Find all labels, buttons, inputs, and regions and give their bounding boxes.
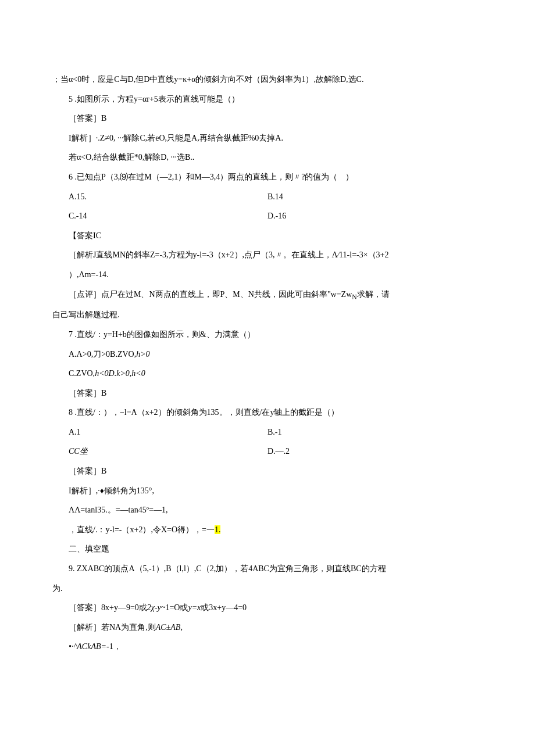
answer-8: ［答案］B — [52, 461, 483, 481]
answer-7: ［答案］B — [52, 384, 483, 403]
option-8a: A.1 — [52, 422, 268, 442]
question-5: 5 .如图所示，方程y=αr+5表示的直线可能是（） — [52, 89, 483, 109]
question-7: 7 .直线/：y=H+b的图像如图所示，则&、力满意（） — [52, 325, 483, 345]
option-8c: CC坐 — [52, 442, 268, 461]
question-9-1: 9. ZXABC的顶点A（5,-1）,B（l,l）,C（2,加），若4ABC为宜… — [52, 559, 483, 579]
option-7c: C.ZVO,h<0D.k>0,h<0 — [52, 364, 483, 384]
option-8d: D.—.2 — [268, 442, 483, 461]
question-9-2: 为. — [52, 579, 483, 599]
answer-5: ［答案］B — [52, 109, 483, 128]
option-6c: C.-14 — [52, 206, 268, 226]
explanation-8-3: ，直线/.：y-l=-（x+2）,令X=O得），=一1. — [52, 520, 483, 540]
answer-6: 【答案IC — [52, 226, 483, 246]
explanation-8-2: ΛΛ=tanl35.。=—tan45º=—1, — [52, 500, 483, 520]
option-6d: D.-16 — [268, 206, 483, 226]
question-8: 8 .直线/：），−l=A（x+2）的倾斜角为135。，则直线/在y轴上的截距是… — [52, 403, 483, 422]
explanation-5-2: 若α<O,结合纵截距*0,解除D, ···选B.. — [52, 148, 483, 167]
option-6b: B.14 — [268, 187, 483, 207]
explanation-6-2: ）,Λm=-14. — [52, 265, 483, 285]
explanation-8-1: I解析］,·♦倾斜角为135°, — [52, 481, 483, 501]
explanation-9-2: •∙^ACkAB=-1， — [52, 637, 483, 657]
option-7a: A.Λ>0,刀>0B.ZVO,h>0 — [52, 345, 483, 364]
explanation-9-1: ［解析］若NA为直角,则AC±AB, — [52, 618, 483, 637]
highlighted-text: 1. — [215, 525, 221, 534]
explanation-6-1: ［解析J直线MN的斜率Z=-3,方程为y-l=-3（x+2）,点尸（3,〃。在直… — [52, 245, 483, 265]
question-6: 6 .已知点P（3,⑼在过M（—2,1）和M—3,4）两点的直线上，则〃?的值为… — [52, 167, 483, 187]
explanation-5-1: I解析］·.Z≠0, ···解除C,若eO,只能是A,再结合纵截距%0去掉A. — [52, 128, 483, 148]
explanation-6-3: ［点评］点尸在过M、N两点的直线上，即P、M、N共线，因此可由斜率"w=ZwN求… — [52, 285, 483, 306]
answer-9: ［答案］8x+y—9=0或2χ-y~1=O或y=x或3x+y—4=0 — [52, 598, 483, 618]
text-line: ；当α<0时，应是C与D,但D中直线y=κ+α的倾斜方向不对（因为斜率为1）,故… — [52, 70, 483, 89]
section-2-heading: 二、填空题 — [52, 539, 483, 559]
option-6a: A.15. — [52, 187, 268, 207]
explanation-6-4: 自己写出解题过程. — [52, 305, 483, 325]
option-8b: B.-1 — [268, 422, 483, 442]
